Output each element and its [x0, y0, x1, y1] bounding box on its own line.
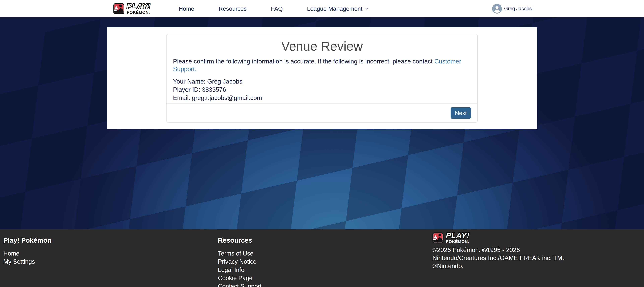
footer-logo-wordmark: PLAY! POKÉMON. — [446, 232, 470, 244]
chevron-down-icon — [364, 6, 370, 11]
next-button[interactable]: Next — [450, 107, 471, 119]
footer-resources-heading: Resources — [218, 236, 252, 244]
site-logo[interactable]: PLAY! POKÉMON. — [113, 3, 150, 14]
info-your-name: Your Name: Greg Jacobs — [173, 77, 471, 86]
nav-home[interactable]: Home — [179, 5, 194, 12]
footer-link-legal-info[interactable]: Legal Info — [218, 266, 244, 274]
footer-link-contact-support[interactable]: Contact Support — [218, 282, 262, 287]
main-nav: Home Resources FAQ League Management — [179, 5, 370, 12]
user-menu[interactable]: Greg Jacobs — [492, 4, 532, 13]
top-nav: PLAY! POKÉMON. Home Resources FAQ League… — [0, 0, 644, 17]
user-name: Greg Jacobs — [504, 6, 532, 11]
player-info: Your Name: Greg Jacobs Player ID: 383357… — [173, 77, 471, 102]
footer-link-home[interactable]: Home — [3, 249, 20, 258]
footer-link-terms-of-use[interactable]: Terms of Use — [218, 249, 254, 258]
content-panel: Venue Review Please confirm the followin… — [107, 27, 537, 129]
copyright-text: ©2026 Pokémon. ©1995 - 2026 Nintendo/Cre… — [432, 246, 564, 270]
logo-play-text: PLAY! — [127, 3, 150, 10]
logo-pokemon-text: POKÉMON. — [127, 10, 150, 14]
nav-resources[interactable]: Resources — [218, 5, 246, 12]
card-footer: Next — [166, 103, 478, 122]
page-background: Venue Review Please confirm the followin… — [0, 17, 644, 229]
user-avatar-icon — [492, 4, 502, 13]
copyright-line: Nintendo/Creatures Inc./GAME FREAK inc. … — [432, 254, 564, 262]
copyright-line: ®Nintendo. — [432, 262, 564, 270]
footer-logo: PLAY! POKÉMON. — [432, 232, 470, 244]
page-title: Venue Review — [173, 38, 471, 54]
footer-logo-play-text: PLAY! — [446, 232, 470, 239]
copyright-line: ©2026 Pokémon. ©1995 - 2026 — [432, 246, 564, 254]
play-pokemon-badge-icon — [113, 3, 124, 14]
venue-review-card: Venue Review Please confirm the followin… — [166, 34, 478, 123]
footer-link-my-settings[interactable]: My Settings — [3, 258, 35, 266]
footer-resources-column: Resources Terms of Use Privacy Notice Le… — [218, 232, 432, 287]
play-pokemon-badge-icon — [432, 232, 444, 244]
nav-league-management[interactable]: League Management — [307, 5, 370, 12]
site-footer: Play! Pokémon Home My Settings Resources… — [0, 229, 644, 287]
info-email: Email: greg.r.jacobs@gmail.com — [173, 94, 471, 102]
footer-link-privacy-notice[interactable]: Privacy Notice — [218, 258, 256, 266]
footer-legal-column: PLAY! POKÉMON. ©2026 Pokémon. ©1995 - 20… — [432, 232, 564, 287]
logo-wordmark: PLAY! POKÉMON. — [127, 3, 150, 14]
footer-link-cookie-page[interactable]: Cookie Page — [218, 274, 252, 282]
intro-prefix: Please confirm the following information… — [173, 58, 434, 65]
card-body: Venue Review Please confirm the followin… — [166, 34, 478, 103]
nav-faq[interactable]: FAQ — [271, 5, 282, 12]
footer-brand-heading: Play! Pokémon — [3, 236, 52, 244]
intro-text: Please confirm the following information… — [173, 58, 471, 73]
nav-league-management-label: League Management — [307, 5, 362, 12]
footer-brand-column: Play! Pokémon Home My Settings — [3, 232, 218, 287]
footer-logo-pokemon-text: POKÉMON. — [446, 240, 469, 244]
info-player-id: Player ID: 3833576 — [173, 86, 471, 94]
intro-suffix: . — [195, 66, 196, 72]
